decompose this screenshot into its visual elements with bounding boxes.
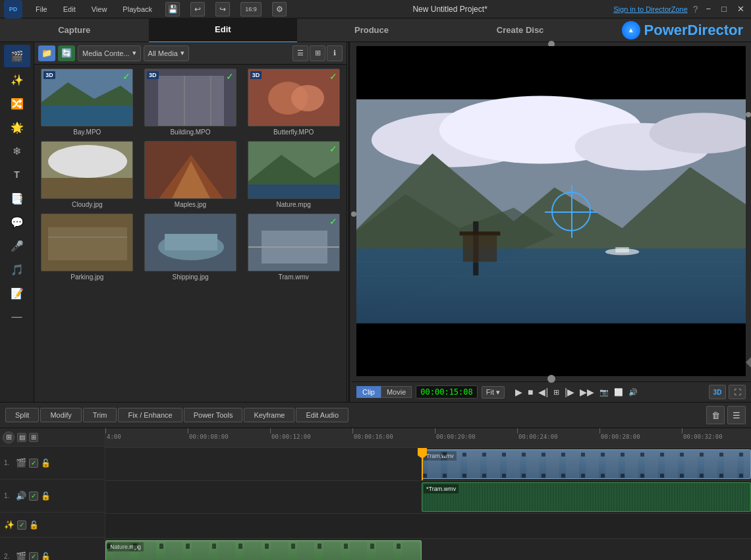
app-logo-text: PD [9,6,18,13]
tab-produce[interactable]: Produce [297,18,446,42]
timeline-track-video-1[interactable]: Tram.wmv [105,448,751,481]
sidebar-item-media[interactable]: 🎬 [4,45,30,67]
media-item-3[interactable]: Cloudy.jpg [38,141,136,208]
toolbar-settings[interactable]: ⚙ [272,2,287,16]
close-btn[interactable]: ✕ [735,4,747,14]
sidebar-item-effects[interactable]: ✨ [4,69,30,91]
menu-playback[interactable]: Playback [120,4,155,14]
clip-btn[interactable]: Clip [356,386,381,398]
content-type-dropdown[interactable]: Media Conte... ▾ [78,45,141,61]
svg-rect-4 [158,76,224,126]
media-name-6: Parking.jpg [70,273,103,281]
media-item-7[interactable]: Shipping.jpg [142,213,240,281]
fix-enhance-btn[interactable]: Fix / Enhance [118,408,182,422]
output-btn[interactable]: ⬜ [613,387,625,398]
playhead[interactable] [422,448,423,480]
clip-tram-audio[interactable]: *Tram.wmv [422,482,751,512]
media-item-6[interactable]: Parking.jpg [38,213,136,281]
track-ctrl-effect: ✨ ✓ 🔓 [0,513,105,538]
media-item-1[interactable]: 3D✓Building.MPO [142,69,240,136]
sidebar-item-music[interactable]: 🎵 [4,258,30,281]
effect-lock[interactable]: 🔓 [29,520,39,530]
filter-dropdown[interactable]: All Media ▾ [144,45,189,61]
bottom-slider-thumb[interactable] [547,375,555,383]
sidebar-item-captions[interactable]: — [4,306,30,328]
sidebar-item-voice[interactable]: 🎤 [4,235,30,257]
media-item-5[interactable]: ✓Nature.mpg [244,141,343,208]
keyframe-btn[interactable]: Keyframe [244,408,294,422]
menu-edit[interactable]: Edit [61,4,78,14]
stop-btn[interactable]: ■ [526,385,534,399]
sidebar-item-title[interactable]: T [4,163,30,186]
sidebar-item-particles[interactable]: ❄ [4,140,30,162]
clip-nature-video[interactable]: Nature.mpg [105,540,422,560]
track-1-visible[interactable]: ✓ [29,459,38,468]
media-item-4[interactable]: Maples.jpg [142,141,240,208]
toolbar-undo[interactable]: ↩ [190,2,205,16]
delete-btn[interactable]: 🗑 [706,406,725,424]
track-2-visible[interactable]: ✓ [29,552,38,561]
view-info-btn[interactable]: ℹ [327,45,343,61]
volume-btn[interactable]: 🔊 [627,387,639,398]
sidebar-item-sub[interactable]: 📝 [4,282,30,304]
power-tools-btn[interactable]: Power Tools [184,408,243,422]
menu-view[interactable]: View [89,4,110,14]
timeline-track-video-2[interactable]: Nature.mpg [105,539,751,560]
track-1a-visible[interactable]: ✓ [29,491,38,501]
ruler-mark-0: 4:00 [105,428,121,440]
tab-edit[interactable]: Edit [149,18,298,43]
left-slider-track [351,46,356,376]
capture-frame-btn[interactable]: ⊞ [552,387,561,398]
left-slider-thumb[interactable] [351,211,356,217]
track-2-lock[interactable]: 🔓 [41,552,51,561]
tab-create-disc[interactable]: Create Disc [446,18,595,42]
modify-btn[interactable]: Modify [40,408,81,422]
snapshot-btn[interactable]: 📷 [598,387,610,398]
crosshair [551,192,591,231]
prev-frame-btn[interactable]: ◀| [537,385,549,399]
track-view-btn[interactable]: ▤ [17,433,26,442]
toolbar-redo[interactable]: ↪ [215,2,230,16]
sidebar-item-overlay[interactable]: 🌟 [4,116,30,138]
track-1a-lock[interactable]: 🔓 [41,491,51,501]
edit-audio-btn[interactable]: Edit Audio [296,408,348,422]
effect-visible[interactable]: ✓ [17,520,26,530]
media-item-2[interactable]: 3D✓Butterfly.MPO [244,69,343,136]
minimize-btn[interactable]: − [704,4,714,14]
toolbar-save[interactable]: 💾 [165,2,180,16]
split-btn[interactable]: Split [5,408,39,422]
folder-btn[interactable]: 📁 [38,45,55,61]
play-btn[interactable]: ▶ [514,385,524,399]
sidebar-item-subtitles[interactable]: 💬 [4,211,30,233]
fast-fwd-btn[interactable]: ▶▶ [578,385,596,399]
view-list-btn[interactable]: ☰ [292,45,308,61]
track-ctrl-video-2: 2. 🎬 ✓ 🔓 [0,538,105,560]
right-slider-thumb[interactable] [746,112,751,117]
media-item-8[interactable]: ✓Tram.wmv [244,213,343,281]
trim-btn[interactable]: Trim [83,408,117,422]
sidebar-item-transitions[interactable]: 🔀 [4,92,30,115]
sign-in-link[interactable]: Sign in to DirectorZone [613,5,688,13]
media-item-0[interactable]: 3D✓Bay.MPO [38,69,136,136]
maximize-btn[interactable]: □ [719,4,729,14]
help-btn[interactable]: ? [693,4,698,14]
timeline-options-btn[interactable]: ⊞ [29,433,38,442]
3d-btn[interactable]: 3D [709,385,726,399]
movie-btn[interactable]: Movie [381,386,412,398]
thumb-svg-4 [145,142,236,199]
track-1-lock[interactable]: 🔓 [41,459,51,468]
fit-dropdown[interactable]: Fit ▾ [482,386,505,399]
fullscreen-btn[interactable]: ⛶ [729,385,746,399]
tab-capture[interactable]: Capture [0,18,149,42]
sidebar-item-chapters[interactable]: 📑 [4,187,30,210]
timeline-track-audio-1[interactable]: *Tram.wmv [105,481,751,514]
zoom-fit-btn[interactable]: ⊞ [3,432,14,443]
timeline-track-effect[interactable] [105,514,751,539]
menu-file[interactable]: File [33,4,50,14]
toolbar-aspect[interactable]: 16:9 [240,2,262,16]
more-options-btn[interactable]: ☰ [727,406,746,424]
view-grid-btn[interactable]: ⊞ [310,45,325,61]
clip-tram-video[interactable]: Tram.wmv [422,449,751,479]
refresh-btn[interactable]: 🔄 [58,45,75,61]
next-frame-btn[interactable]: |▶ [563,385,576,399]
